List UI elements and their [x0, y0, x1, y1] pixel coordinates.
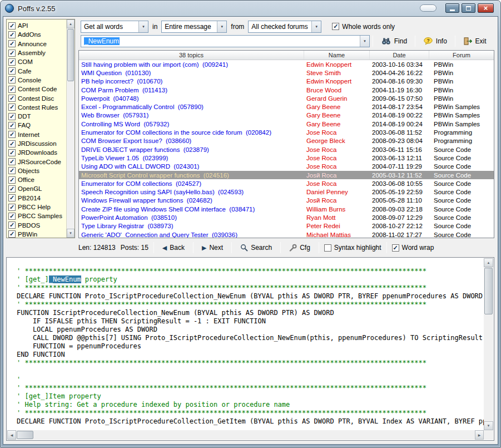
- topic-title[interactable]: Powerpoit (040748): [79, 95, 304, 102]
- forum-checkbox[interactable]: ✓: [8, 113, 16, 120]
- syntax-highlight-checkbox[interactable]: [324, 244, 331, 252]
- forum-checkbox[interactable]: ✓: [8, 230, 16, 238]
- topic-row[interactable]: Create ZIP file using Windows Shell COM …: [79, 205, 494, 213]
- scroll-up-icon[interactable]: ▲: [484, 258, 493, 267]
- forum-checkbox[interactable]: ✓: [8, 158, 16, 165]
- column-header-forum[interactable]: Forum: [429, 51, 494, 60]
- forum-checkbox[interactable]: ✓: [8, 95, 16, 102]
- topic-row[interactable]: Powerpoit (040748)Gerard Guerin2009-06-1…: [79, 94, 494, 102]
- topic-title[interactable]: Create ZIP file using Windows Shell COM …: [79, 206, 304, 213]
- topic-title[interactable]: DRIVE OBJECT wrapper functions (023879): [79, 146, 304, 153]
- scroll-down-icon[interactable]: ▼: [484, 421, 493, 430]
- sidebar-item-api[interactable]: ✓API: [8, 21, 66, 30]
- forum-checkbox[interactable]: ✓: [8, 22, 16, 29]
- forum-checkbox[interactable]: ✓: [8, 50, 16, 57]
- scrollbar-track[interactable]: [67, 82, 75, 229]
- topic-row[interactable]: Speech Recognition using SAPI (sayHello.…: [79, 188, 494, 196]
- cfg-button[interactable]: Cfg: [286, 243, 314, 253]
- forum-checkbox[interactable]: ✓: [8, 122, 16, 129]
- search-term-combobox[interactable]: _NewEnum ▼: [81, 35, 370, 47]
- sidebar-item-pb2014[interactable]: ✓PB2014: [8, 194, 66, 203]
- sidebar-item-objects[interactable]: ✓Objects: [8, 166, 66, 175]
- topic-title[interactable]: Using ADO with CALL DWORD (024301): [79, 163, 304, 170]
- search-scope-dropdown[interactable]: Entire message ▼: [161, 21, 227, 33]
- sidebar-item-ddt[interactable]: ✓DDT: [8, 112, 66, 121]
- scroll-left-icon[interactable]: ◀: [7, 430, 16, 440]
- topic-row[interactable]: Still having problem with our import (co…: [79, 60, 494, 68]
- forum-checkbox[interactable]: ✓: [8, 167, 16, 174]
- topic-title[interactable]: WMI Question (010130): [79, 70, 304, 76]
- close-button[interactable]: ×: [478, 3, 494, 13]
- scroll-up-icon[interactable]: ▲: [67, 19, 75, 28]
- topic-title[interactable]: Microsoft Script Control wrapper functio…: [79, 172, 304, 179]
- topic-title[interactable]: Web Browser (057931): [79, 112, 304, 119]
- chevron-down-icon[interactable]: ▼: [138, 21, 148, 32]
- chevron-down-icon[interactable]: ▼: [360, 36, 369, 47]
- scrollbar-thumb[interactable]: [67, 29, 74, 81]
- sidebar-item-office[interactable]: ✓Office: [8, 175, 66, 184]
- scroll-down-icon[interactable]: ▼: [67, 229, 75, 238]
- info-button[interactable]: ? Info: [419, 36, 452, 47]
- forum-checkbox[interactable]: ✓: [8, 185, 16, 193]
- chevron-down-icon[interactable]: ▼: [217, 21, 226, 32]
- topic-title[interactable]: Generic 'ADO' Connection and Query Teste…: [79, 232, 304, 238]
- topic-row[interactable]: Using ADO with CALL DWORD (024301)Jose R…: [79, 163, 494, 171]
- column-header-name[interactable]: Name: [304, 51, 370, 60]
- forum-checkbox[interactable]: ✓: [8, 31, 16, 38]
- find-button[interactable]: Find: [376, 36, 412, 47]
- back-button[interactable]: ◀ Back: [159, 243, 188, 253]
- sidebar-item-addons[interactable]: ✓AddOns: [8, 30, 66, 39]
- sidebar-item-contest-code[interactable]: ✓Contest Code: [8, 85, 66, 93]
- code-horizontal-scrollbar[interactable]: ◀ ▶: [7, 430, 484, 440]
- word-wrap-checkbox[interactable]: ✓: [392, 244, 399, 252]
- forum-checkbox[interactable]: ✓: [8, 194, 16, 201]
- forum-checkbox[interactable]: ✓: [8, 213, 16, 220]
- forum-checkbox[interactable]: ✓: [8, 104, 16, 111]
- topic-row[interactable]: COM Browser Export Issue? (038660)George…: [79, 137, 494, 145]
- scrollbar-track[interactable]: [484, 315, 493, 421]
- search-mode-dropdown[interactable]: Get all words ▼: [81, 21, 148, 33]
- sidebar-item-jrdiscussion[interactable]: ✓JRDiscussion: [8, 139, 66, 148]
- sidebar-item-com[interactable]: ✓COM: [8, 57, 66, 66]
- sidebar-item-console[interactable]: ✓Console: [8, 76, 66, 85]
- forums-filter-dropdown[interactable]: All checked forums ▼: [248, 21, 321, 33]
- scroll-right-icon[interactable]: ▶: [475, 430, 484, 440]
- forum-checkbox[interactable]: ✓: [8, 140, 16, 147]
- sidebar-item-pbdos[interactable]: ✓PBDOS: [8, 221, 66, 230]
- next-button[interactable]: ▶ Next: [199, 243, 226, 253]
- forum-checkbox[interactable]: ✓: [8, 76, 16, 83]
- topic-title[interactable]: Enumerator for COM collections in the so…: [79, 129, 304, 136]
- sidebar-item-jrsourcecode[interactable]: ✓JRSourceCode: [8, 157, 66, 166]
- column-header-date[interactable]: Date: [370, 51, 429, 60]
- forum-checkbox[interactable]: ✓: [8, 221, 16, 229]
- topic-row[interactable]: Enumerator for COM collections in the so…: [79, 128, 494, 136]
- topic-row[interactable]: Excel - Programmatically Control (057890…: [79, 102, 494, 111]
- word-wrap-toggle[interactable]: ✓ Word wrap: [392, 244, 434, 252]
- topic-row[interactable]: DRIVE OBJECT wrapper functions (023879)J…: [79, 145, 494, 154]
- minimize-button[interactable]: [445, 3, 459, 13]
- topic-row[interactable]: TypeLib Viewer 1.05 (023999)Jose Roca200…: [79, 154, 494, 162]
- topic-row[interactable]: PB help incorrect? (010670)Edwin Knopper…: [79, 77, 494, 86]
- forum-checkbox[interactable]: ✓: [8, 40, 16, 47]
- sidebar-item-contest-rules[interactable]: ✓Contest Rules: [8, 103, 66, 112]
- topic-row[interactable]: PowerPoint Automation (038510)Ryan Mott2…: [79, 213, 494, 221]
- sidebar-item-assembly[interactable]: ✓Assembly: [8, 48, 66, 57]
- forum-checkbox[interactable]: ✓: [8, 67, 16, 75]
- topic-title[interactable]: TypeLib Viewer 1.05 (023999): [79, 155, 304, 161]
- forum-checkbox[interactable]: ✓: [8, 58, 16, 66]
- topic-row[interactable]: Windows Firewall wrapper functions (0246…: [79, 196, 494, 205]
- forum-checkbox[interactable]: ✓: [8, 86, 16, 93]
- forum-checkbox[interactable]: ✓: [8, 176, 16, 184]
- sidebar-item-jrdownloads[interactable]: ✓JRDownloads: [8, 148, 66, 157]
- sidebar-scrollbar[interactable]: ▲ ▼: [66, 19, 75, 238]
- scrollbar-track[interactable]: [34, 430, 475, 440]
- topic-title[interactable]: Windows Firewall wrapper functions (0246…: [79, 197, 304, 204]
- topic-title[interactable]: PB help incorrect? (010670): [79, 78, 304, 85]
- sidebar-item-contest-disc[interactable]: ✓Contest Disc: [8, 93, 66, 102]
- topic-title[interactable]: PowerPoint Automation (038510): [79, 214, 304, 221]
- topic-title[interactable]: Speech Recognition using SAPI (sayHello.…: [79, 189, 304, 195]
- sidebar-item-pbcc-samples[interactable]: ✓PBCC Samples: [8, 211, 66, 220]
- code-vertical-scrollbar[interactable]: ▲ ▼: [484, 258, 493, 430]
- forum-checkbox[interactable]: ✓: [8, 204, 16, 211]
- sidebar-item-pbwin[interactable]: ✓PBWin: [8, 230, 66, 238]
